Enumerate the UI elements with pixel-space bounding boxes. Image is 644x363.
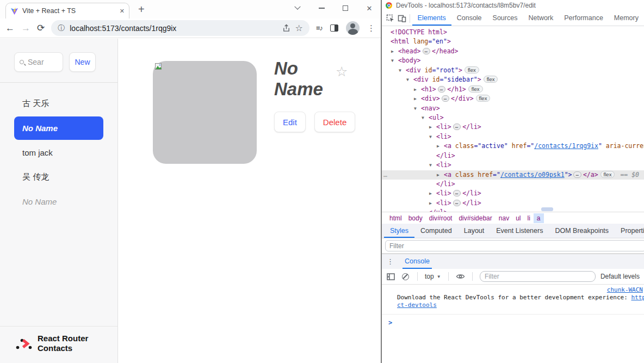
profile-avatar[interactable] [346, 21, 360, 35]
dom-tree-node[interactable]: ▶<head>…</head> [382, 47, 644, 56]
flex-badge[interactable]: flex [600, 171, 615, 178]
log-levels-dropdown[interactable]: Default levels [600, 273, 640, 280]
contact-list-item[interactable]: tom jack [14, 141, 103, 164]
console-sidebar-icon[interactable] [386, 272, 396, 281]
dom-tree-node[interactable]: <!DOCTYPE html> [382, 28, 644, 37]
expand-arrow-icon[interactable]: ▶ [429, 199, 432, 208]
expand-dots-icon[interactable]: … [453, 190, 461, 196]
dom-tree-node[interactable]: </ul> [382, 208, 644, 212]
delete-button[interactable]: Delete [314, 112, 355, 132]
edit-button[interactable]: Edit [274, 112, 306, 132]
expand-dots-icon[interactable]: … [573, 171, 581, 178]
dom-tree-node[interactable]: ▼<li> [382, 132, 644, 141]
window-chevron-icon[interactable] [292, 2, 304, 14]
source-link[interactable]: chunk-WACN [607, 286, 643, 293]
dom-tree-node[interactable]: ▶<div>…</div>flex [382, 94, 644, 103]
expand-arrow-icon[interactable]: ▶ [414, 94, 417, 103]
flex-badge[interactable]: flex [465, 66, 479, 73]
share-icon[interactable] [282, 24, 290, 32]
dom-tree-node[interactable]: ▶<a class="active" href="/contacts/1rqg9… [382, 141, 644, 151]
collapse-arrow-icon[interactable]: ▼ [414, 104, 417, 113]
devtools-tab-sources[interactable]: Sources [487, 11, 523, 26]
dom-tree-node[interactable]: <html lang="en"> [382, 37, 644, 46]
expand-arrow-icon[interactable]: ▶ [391, 47, 394, 56]
styles-tab-styles[interactable]: Styles [384, 224, 414, 238]
dom-tree-node[interactable]: ▼<div id="sidebar">flex [382, 75, 644, 84]
dom-tree-node[interactable]: ▼<ul> [382, 113, 644, 122]
expand-arrow-icon[interactable]: ▶ [429, 189, 432, 198]
dom-tree-node[interactable]: …▶<a class href="/contacts/o09psk1">…</a… [382, 170, 644, 180]
dom-tree-node[interactable]: ▼<li> [382, 161, 644, 170]
href-link[interactable]: /contacts/1rqg9ix [534, 142, 598, 150]
address-bar[interactable]: ⓘ localhost:5173/contacts/1rqg9ix ☆ [51, 20, 309, 36]
clear-console-icon[interactable] [401, 272, 411, 281]
devtools-download-link[interactable]: http [631, 294, 644, 301]
new-tab-icon[interactable]: + [138, 3, 145, 16]
horizontal-scrollbar-thumb[interactable] [541, 207, 553, 211]
contact-list-item[interactable]: 吴 传龙 [14, 165, 103, 189]
inspect-element-icon[interactable] [385, 12, 396, 25]
devtools-download-link-wrap[interactable]: ct-devtools [397, 302, 437, 309]
dom-tree-node[interactable]: ▼<div id="root">flex [382, 66, 644, 75]
collapse-arrow-icon[interactable]: ▼ [406, 75, 409, 84]
browser-menu-icon[interactable]: ⋮ [367, 23, 375, 33]
href-link[interactable]: /contacts/o09psk1 [500, 171, 565, 179]
expand-dots-icon[interactable]: … [423, 48, 430, 54]
new-contact-button[interactable]: New [69, 52, 96, 72]
favorite-star-icon[interactable]: ☆ [336, 64, 348, 79]
breadcrumb-item-nav[interactable]: nav [496, 213, 512, 223]
contact-list-item[interactable]: No Name [14, 190, 103, 213]
breadcrumb-item-li[interactable]: li [524, 213, 533, 223]
styles-filter-input[interactable]: Filter [385, 240, 644, 251]
dom-tree-node[interactable]: ▶<li>…</li> [382, 199, 644, 208]
dom-tree-node[interactable]: </li> [382, 180, 644, 189]
styles-tab-properties[interactable]: Properties [615, 224, 644, 238]
dom-tree-node[interactable]: </li> [382, 151, 644, 161]
expand-arrow-icon[interactable]: ▶ [429, 122, 432, 132]
collapse-arrow-icon[interactable]: ▼ [391, 56, 394, 65]
devtools-tab-console[interactable]: Console [451, 11, 487, 26]
expand-dots-icon[interactable]: … [438, 86, 445, 93]
breadcrumb-item-html[interactable]: html [386, 213, 405, 223]
tab-close-icon[interactable]: ✕ [120, 8, 125, 15]
expand-arrow-icon[interactable]: ▶ [437, 141, 439, 151]
devtools-tab-memory[interactable]: Memory [609, 11, 644, 26]
styles-tab-layout[interactable]: Layout [458, 224, 491, 238]
reload-icon[interactable]: ⟳ [37, 22, 45, 34]
styles-tab-dom-breakpoints[interactable]: DOM Breakpoints [549, 224, 615, 238]
expand-dots-icon[interactable]: … [442, 95, 449, 102]
window-close-icon[interactable]: ✕ [363, 2, 375, 14]
side-panel-icon[interactable] [330, 24, 338, 32]
window-maximize-icon[interactable] [339, 2, 351, 14]
styles-tab-computed[interactable]: Computed [414, 224, 458, 238]
device-toolbar-icon[interactable] [396, 12, 407, 25]
context-selector[interactable]: top ▼ [425, 273, 441, 280]
media-controls-icon[interactable]: ≡♪ [316, 24, 323, 32]
forward-icon[interactable]: → [21, 23, 30, 34]
url-text[interactable]: localhost:5173/contacts/1rqg9ix [70, 24, 277, 33]
breadcrumb-item-divroot[interactable]: div#root [426, 213, 456, 223]
browser-tab[interactable]: Vite + React + TS ✕ [5, 3, 129, 19]
styles-tab-event-listeners[interactable]: Event Listeners [490, 224, 549, 238]
window-minimize-icon[interactable] [315, 2, 327, 14]
collapse-arrow-icon[interactable]: ▼ [429, 132, 432, 141]
site-info-icon[interactable]: ⓘ [58, 23, 65, 33]
flex-badge[interactable]: flex [484, 76, 498, 83]
dom-tree-node[interactable]: ▶<li>…</li> [382, 122, 644, 132]
console-prompt[interactable]: > [382, 315, 644, 327]
flex-badge[interactable]: flex [476, 95, 491, 102]
collapse-arrow-icon[interactable]: ▼ [429, 161, 432, 170]
dom-tree-node[interactable]: ▼<body> [382, 56, 644, 65]
console-filter-input[interactable]: Filter [480, 271, 596, 282]
breadcrumb-item-divsidebar[interactable]: div#sidebar [455, 213, 495, 223]
collapse-arrow-icon[interactable]: ▼ [399, 66, 401, 75]
bookmark-star-icon[interactable]: ☆ [295, 23, 303, 33]
devtools-tab-performance[interactable]: Performance [559, 11, 609, 26]
dom-tree-node[interactable]: ▼<nav> [382, 104, 644, 113]
live-expression-eye-icon[interactable] [456, 272, 466, 281]
breadcrumb-item-a[interactable]: a [534, 213, 544, 223]
drawer-menu-icon[interactable]: ⋮ [387, 257, 394, 266]
flex-badge[interactable]: flex [468, 85, 483, 93]
contact-list-item[interactable]: 古 天乐 [14, 92, 103, 115]
console-drawer-tab[interactable]: Console [403, 254, 432, 269]
